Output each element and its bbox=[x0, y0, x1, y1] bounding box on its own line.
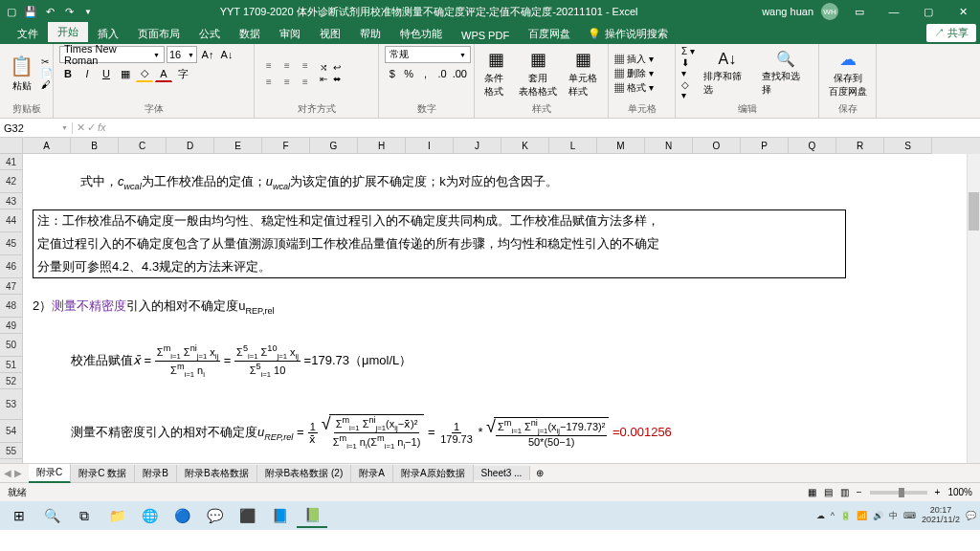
minimize-icon[interactable]: — bbox=[880, 2, 907, 21]
cond-format-button[interactable]: ▦条件格式 bbox=[480, 47, 511, 100]
view-normal-icon[interactable]: ▦ bbox=[808, 487, 816, 497]
tab-wpspdf[interactable]: WPS PDF bbox=[452, 27, 519, 44]
sheet-tab[interactable]: 附录B表格数据 bbox=[177, 465, 257, 482]
col-header[interactable]: B bbox=[71, 138, 119, 154]
col-header[interactable]: P bbox=[741, 138, 789, 154]
sheet-tab[interactable]: 附录C bbox=[29, 464, 71, 483]
col-header[interactable]: J bbox=[454, 138, 501, 154]
decrease-font-icon[interactable]: A↓ bbox=[218, 46, 235, 63]
fill-color-icon[interactable]: ◇ bbox=[136, 65, 153, 82]
autosum-icon[interactable]: Σ ▾ bbox=[681, 46, 696, 56]
font-size-select[interactable]: 16▼ bbox=[167, 46, 197, 63]
word-icon[interactable]: 📘 bbox=[264, 503, 295, 528]
maximize-icon[interactable]: ▢ bbox=[915, 2, 942, 21]
tray-wifi-icon[interactable]: 📶 bbox=[857, 511, 867, 520]
tab-special[interactable]: 特色功能 bbox=[390, 24, 452, 44]
fx-icon[interactable]: fx bbox=[98, 121, 106, 134]
paste-button[interactable]: 📋粘贴 bbox=[6, 53, 37, 95]
col-header[interactable]: E bbox=[214, 138, 262, 154]
row-header[interactable]: 47 bbox=[0, 278, 22, 295]
col-header[interactable]: G bbox=[310, 138, 358, 154]
wrap-text-icon[interactable]: ↩ bbox=[333, 62, 341, 73]
phonetic-icon[interactable]: 字 bbox=[174, 65, 191, 82]
clock-date[interactable]: 2021/11/2 bbox=[922, 516, 960, 525]
sheet-tab[interactable]: 附录B bbox=[135, 465, 177, 482]
tab-file[interactable]: 文件 bbox=[8, 24, 48, 44]
insert-cells-button[interactable]: ▦ 插入 ▾ bbox=[614, 53, 669, 66]
col-header[interactable]: Q bbox=[789, 138, 836, 154]
user-name[interactable]: wang huan bbox=[762, 6, 813, 17]
row-header[interactable]: 54 bbox=[0, 420, 22, 443]
fill-icon[interactable]: ⬇ ▾ bbox=[681, 57, 696, 78]
tab-help[interactable]: 帮助 bbox=[350, 24, 390, 44]
qat-more-icon[interactable]: ▼ bbox=[80, 4, 96, 19]
start-icon[interactable]: ⊞ bbox=[4, 503, 34, 528]
row-header[interactable]: 53 bbox=[0, 389, 22, 420]
sheet-tab[interactable]: 附录A bbox=[351, 465, 393, 482]
col-header[interactable]: I bbox=[406, 138, 454, 154]
italic-icon[interactable]: I bbox=[78, 65, 96, 82]
comma-icon[interactable]: , bbox=[418, 65, 433, 82]
row-header[interactable]: 44 bbox=[0, 209, 22, 232]
bold-icon[interactable]: B bbox=[59, 65, 77, 82]
col-header[interactable]: K bbox=[501, 138, 549, 154]
fx-cancel-icon[interactable]: ✕ bbox=[77, 121, 85, 134]
edge-icon[interactable]: 🌐 bbox=[134, 503, 165, 528]
percent-icon[interactable]: % bbox=[401, 65, 415, 82]
number-format-select[interactable]: 常规▼ bbox=[385, 46, 471, 63]
col-header[interactable]: F bbox=[262, 138, 310, 154]
tray-ime-icon[interactable]: 中 bbox=[889, 510, 898, 522]
col-header[interactable]: D bbox=[167, 138, 214, 154]
col-header[interactable]: S bbox=[884, 138, 932, 154]
tray-battery-icon[interactable]: 🔋 bbox=[840, 511, 851, 520]
sort-filter-button[interactable]: A↓排序和筛选 bbox=[700, 49, 754, 99]
autosave-icon[interactable]: ▢ bbox=[4, 4, 19, 19]
row-header[interactable]: 48 bbox=[0, 295, 22, 318]
zoom-level[interactable]: 100% bbox=[947, 487, 972, 497]
sheet-tab[interactable]: 附录B表格数据 (2) bbox=[257, 465, 352, 482]
excel-icon[interactable]: 📗 bbox=[297, 503, 327, 528]
row-header[interactable]: 45 bbox=[0, 232, 22, 255]
view-page-icon[interactable]: ▤ bbox=[824, 487, 833, 497]
baidu-save-button[interactable]: ☁保存到 百度网盘 bbox=[825, 47, 871, 100]
zoom-out-icon[interactable]: − bbox=[857, 487, 862, 497]
fx-enter-icon[interactable]: ✓ bbox=[87, 121, 96, 134]
tray-sound-icon[interactable]: 🔊 bbox=[873, 511, 883, 520]
avatar[interactable]: WH bbox=[821, 3, 838, 20]
orientation-icon[interactable]: ⤭ bbox=[320, 62, 327, 73]
indent-left-icon[interactable]: ⇤ bbox=[320, 74, 327, 84]
delete-cells-button[interactable]: ▦ 删除 ▾ bbox=[614, 67, 669, 80]
cell-style-button[interactable]: ▦单元格样式 bbox=[565, 47, 602, 100]
vertical-scrollbar[interactable] bbox=[967, 154, 980, 463]
redo-icon[interactable]: ↷ bbox=[61, 4, 77, 19]
chrome-icon[interactable]: 🔵 bbox=[167, 503, 197, 528]
share-button[interactable]: ↗ 共享 bbox=[926, 24, 976, 42]
tab-layout[interactable]: 页面布局 bbox=[128, 24, 189, 44]
sheet-tab[interactable]: Sheet3 ... bbox=[474, 466, 531, 480]
explorer-icon[interactable]: 📁 bbox=[101, 503, 132, 528]
row-header[interactable]: 50 bbox=[0, 334, 22, 357]
copy-icon[interactable]: 📄 bbox=[41, 68, 53, 78]
zoom-in-icon[interactable]: + bbox=[935, 487, 941, 497]
merge-icon[interactable]: ⬌ bbox=[333, 74, 341, 84]
row-header[interactable]: 43 bbox=[0, 193, 22, 209]
tab-view[interactable]: 视图 bbox=[310, 24, 350, 44]
row-header[interactable]: 41 bbox=[0, 154, 22, 170]
find-select-button[interactable]: 🔍查找和选择 bbox=[758, 48, 813, 99]
currency-icon[interactable]: $ bbox=[385, 65, 399, 82]
ribbon-options-icon[interactable]: ▭ bbox=[846, 2, 873, 21]
font-name-select[interactable]: Times New Roman▼ bbox=[59, 46, 165, 63]
tab-review[interactable]: 审阅 bbox=[270, 24, 310, 44]
name-box[interactable]: G32▼ bbox=[0, 122, 73, 134]
font-color-icon[interactable]: A bbox=[155, 65, 172, 82]
view-break-icon[interactable]: ▥ bbox=[840, 487, 849, 497]
col-header[interactable]: R bbox=[836, 138, 884, 154]
tray-chevron-icon[interactable]: ^ bbox=[831, 511, 835, 520]
tab-home[interactable]: 开始 bbox=[48, 22, 88, 44]
tab-insert[interactable]: 插入 bbox=[88, 24, 128, 44]
decrease-decimal-icon[interactable]: .00 bbox=[452, 65, 468, 82]
undo-icon[interactable]: ↶ bbox=[42, 4, 57, 19]
underline-icon[interactable]: U bbox=[98, 65, 115, 82]
increase-font-icon[interactable]: A↑ bbox=[199, 46, 216, 63]
format-painter-icon[interactable]: 🖌 bbox=[41, 79, 53, 90]
